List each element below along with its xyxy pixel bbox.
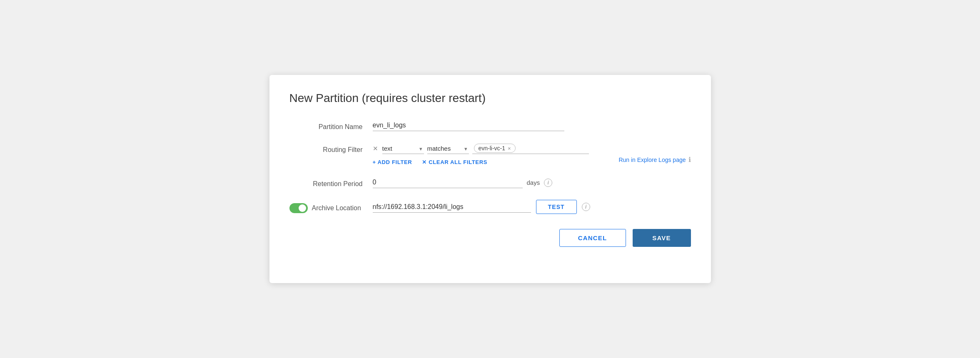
retention-info-icon: i — [544, 179, 552, 187]
partition-name-row: Partition Name — [289, 120, 691, 131]
routing-filter-content: ✕ text field ▾ matches contains equals ▾ — [373, 143, 691, 165]
run-explore-label: Run in Explore Logs page — [618, 157, 686, 163]
new-partition-dialog: New Partition (requires cluster restart)… — [269, 75, 711, 283]
test-button[interactable]: TEST — [536, 200, 577, 214]
filter-action-buttons: + ADD FILTER ✕ CLEAR ALL FILTERS — [373, 159, 488, 165]
filter-remove-icon[interactable]: ✕ — [373, 145, 378, 152]
archive-location-input[interactable] — [373, 201, 531, 213]
routing-filter-row: Routing Filter ✕ text field ▾ matches co… — [289, 143, 691, 165]
partition-name-content — [373, 120, 691, 131]
archive-location-content: TEST i — [373, 200, 590, 214]
partition-name-input[interactable] — [373, 120, 564, 131]
run-explore-link[interactable]: Run in Explore Logs page ℹ — [618, 156, 691, 164]
filter-tag-close-icon[interactable]: × — [508, 146, 511, 151]
routing-filter-controls: ✕ text field ▾ matches contains equals ▾ — [373, 143, 691, 154]
save-button[interactable]: SAVE — [633, 229, 691, 247]
retention-period-content: days i — [373, 177, 691, 188]
routing-filter-label: Routing Filter — [289, 143, 373, 154]
filter-tag: evn-li-vc-1 × — [474, 144, 516, 153]
dialog-title: New Partition (requires cluster restart) — [289, 92, 691, 105]
archive-location-label-wrapper: Archive Location — [289, 200, 373, 213]
filter-type-select[interactable]: text field — [382, 143, 424, 154]
retention-period-row: Retention Period days i — [289, 177, 691, 188]
archive-label-with-toggle: Archive Location — [289, 203, 363, 213]
footer-actions: CANCEL SAVE — [289, 229, 691, 247]
filter-actions-row: + ADD FILTER ✕ CLEAR ALL FILTERS Run in … — [373, 154, 691, 165]
archive-input-controls: TEST i — [373, 200, 590, 214]
days-label: days — [527, 179, 540, 186]
retention-controls: days i — [373, 177, 691, 188]
archive-toggle[interactable] — [289, 203, 308, 213]
archive-info-icon: i — [582, 203, 590, 211]
run-explore-info-icon: ℹ — [688, 156, 691, 164]
add-filter-button[interactable]: + ADD FILTER — [373, 159, 412, 165]
filter-tag-input[interactable]: evn-li-vc-1 × — [472, 143, 589, 154]
archive-location-label-text: Archive Location — [312, 204, 361, 212]
retention-period-label: Retention Period — [289, 177, 373, 188]
filter-match-select[interactable]: matches contains equals — [427, 143, 469, 154]
cancel-button[interactable]: CANCEL — [559, 229, 626, 247]
filter-type-dropdown-wrapper: text field ▾ — [382, 143, 424, 154]
partition-name-label: Partition Name — [289, 120, 373, 131]
archive-toggle-slider — [289, 203, 308, 213]
filter-tag-value: evn-li-vc-1 — [479, 145, 506, 152]
archive-location-row: Archive Location TEST i — [289, 200, 691, 214]
retention-period-input[interactable] — [373, 177, 523, 188]
filter-match-dropdown-wrapper: matches contains equals ▾ — [427, 143, 469, 154]
clear-all-filters-button[interactable]: ✕ CLEAR ALL FILTERS — [422, 159, 487, 165]
